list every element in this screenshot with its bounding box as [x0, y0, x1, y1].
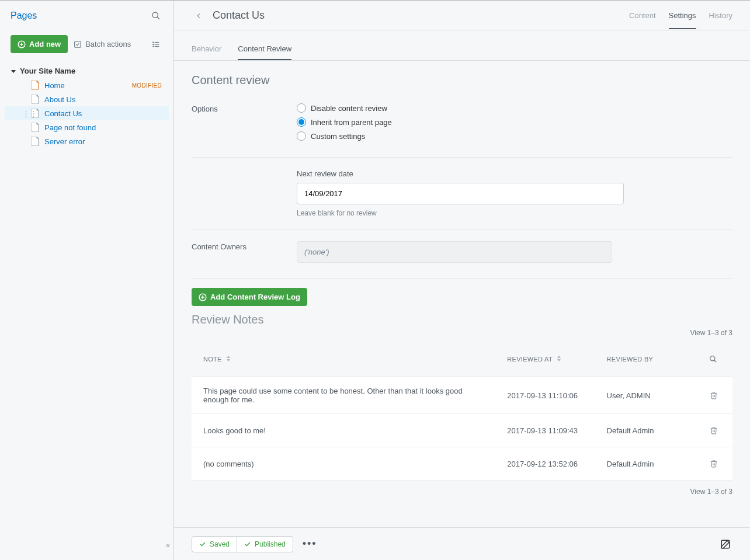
subtab-behavior[interactable]: Behavior: [192, 34, 221, 60]
tab-settings[interactable]: Settings: [669, 2, 696, 29]
cell-reviewed-by: Default Admin: [595, 447, 695, 481]
subtabs: Behavior Content Review: [174, 34, 750, 61]
col-reviewed-at[interactable]: REVIEWED AT: [495, 342, 595, 377]
page-icon: [32, 137, 40, 146]
review-notes-table: NOTE REVIEWED AT REVIEWED BY: [192, 342, 732, 481]
add-log-label: Add Content Review Log: [210, 293, 300, 301]
cell-reviewed-at: 2017-09-13 11:10:06: [495, 377, 595, 414]
radio-inherit[interactable]: Inherit from parent page: [297, 117, 624, 127]
table-row[interactable]: (no comments)2017-09-12 13:52:06Default …: [192, 447, 732, 481]
subtab-content-review[interactable]: Content Review: [238, 34, 291, 60]
main-panel: Contact Us Content Settings History Beha…: [174, 1, 750, 560]
collapse-sidebar-icon[interactable]: «: [166, 541, 170, 549]
tree-item-label: Home: [44, 81, 65, 90]
next-review-input[interactable]: [297, 183, 624, 204]
tree-root-label: Your Site Name: [20, 67, 75, 75]
radio-custom-label: Custom settings: [311, 132, 365, 141]
cell-note: (no comments): [192, 447, 495, 481]
tree-item[interactable]: ⋮⋮Contact Us: [5, 106, 169, 120]
tree-item[interactable]: About Us: [5, 92, 169, 106]
options-label: Options: [192, 103, 273, 145]
page-icon: [32, 95, 40, 104]
tree-item[interactable]: HomeMODIFIED: [5, 78, 169, 92]
svg-point-10: [153, 44, 154, 44]
cell-reviewed-at: 2017-09-13 11:09:43: [495, 414, 595, 447]
sidebar: Pages Add new Batch actions Your Site Na…: [0, 1, 174, 560]
batch-actions-button[interactable]: Batch actions: [74, 40, 131, 48]
tree-item[interactable]: Page not found: [5, 120, 169, 134]
search-icon[interactable]: [706, 352, 720, 366]
sidebar-title[interactable]: Pages: [11, 11, 37, 21]
page-title: Contact Us: [213, 9, 265, 22]
page-tree: Your Site Name HomeMODIFIEDAbout Us⋮⋮Con…: [0, 58, 173, 154]
tree-item-label: Server error: [44, 137, 85, 146]
tree-item[interactable]: Server error: [5, 134, 169, 148]
cell-reviewed-by: User, ADMIN: [595, 377, 695, 414]
svg-line-1: [157, 17, 159, 19]
tab-content[interactable]: Content: [629, 2, 656, 29]
svg-rect-5: [75, 41, 81, 47]
col-actions: [695, 342, 732, 377]
more-actions-icon[interactable]: •••: [303, 538, 317, 550]
tab-history[interactable]: History: [709, 2, 732, 29]
svg-point-15: [710, 356, 715, 361]
trash-icon[interactable]: [707, 388, 721, 402]
radio-inherit-label: Inherit from parent page: [311, 118, 392, 127]
table-row[interactable]: This page could use some content to be h…: [192, 377, 732, 414]
add-content-review-log-button[interactable]: Add Content Review Log: [192, 288, 307, 306]
content-owners-label: Content Owners: [192, 241, 273, 263]
content-owners-value: ('none'): [297, 241, 612, 263]
add-new-label: Add new: [29, 40, 61, 48]
status-published[interactable]: Published: [237, 536, 293, 552]
add-new-button[interactable]: Add new: [11, 35, 68, 53]
page-icon: [32, 123, 40, 132]
tree-root[interactable]: Your Site Name: [5, 64, 169, 78]
cell-note: Looks good to me!: [192, 414, 495, 447]
list-view-icon[interactable]: [149, 37, 163, 51]
view-count-top: View 1–3 of 3: [192, 329, 732, 337]
view-count-bottom: View 1–3 of 3: [192, 488, 732, 496]
table-row[interactable]: Looks good to me!2017-09-13 11:09:43Defa…: [192, 414, 732, 447]
header-tabs: Content Settings History: [629, 2, 732, 29]
svg-point-11: [153, 46, 154, 46]
modified-badge: MODIFIED: [132, 82, 162, 89]
next-review-label: Next review date: [297, 169, 624, 178]
svg-line-16: [714, 360, 717, 363]
radio-custom[interactable]: Custom settings: [297, 131, 624, 141]
trash-icon[interactable]: [707, 457, 721, 471]
search-icon[interactable]: [149, 9, 163, 23]
radio-icon: [297, 103, 306, 113]
col-note[interactable]: NOTE: [192, 342, 495, 377]
cell-note: This page could use some content to be h…: [192, 377, 495, 414]
back-icon[interactable]: [192, 9, 206, 23]
svg-point-0: [152, 12, 158, 18]
tree-item-label: Page not found: [44, 123, 96, 132]
cell-reviewed-at: 2017-09-12 13:52:06: [495, 447, 595, 481]
tree-item-label: About Us: [44, 95, 75, 104]
drag-handle-icon[interactable]: ⋮⋮: [22, 109, 37, 118]
svg-point-9: [153, 41, 154, 42]
trash-icon[interactable]: [707, 423, 721, 437]
radio-disable-label: Disable content review: [311, 104, 387, 113]
tree-item-label: Contact Us: [44, 109, 82, 118]
next-review-hint: Leave blank for no review: [297, 209, 624, 217]
sort-icon: [226, 356, 231, 361]
radio-icon: [297, 117, 306, 127]
col-reviewed-by[interactable]: REVIEWED BY: [595, 342, 695, 377]
status-saved[interactable]: Saved: [192, 536, 237, 552]
section-title: Content review: [192, 74, 732, 87]
radio-icon: [297, 131, 306, 141]
page-icon: [32, 81, 40, 90]
radio-disable[interactable]: Disable content review: [297, 103, 624, 113]
cell-reviewed-by: Default Admin: [595, 414, 695, 447]
review-notes-title: Review Notes: [192, 313, 732, 326]
sort-icon: [557, 356, 561, 361]
batch-actions-label: Batch actions: [85, 40, 131, 48]
footer-bar: « Saved Published •••: [174, 527, 750, 560]
edit-icon[interactable]: [718, 537, 732, 551]
